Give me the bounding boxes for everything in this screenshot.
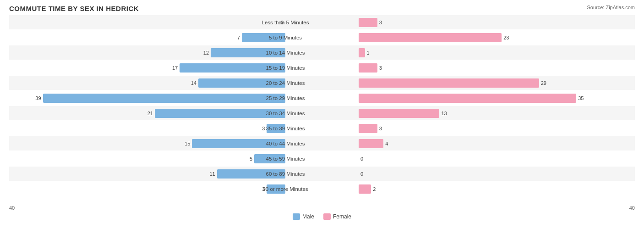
female-bar — [359, 124, 377, 133]
female-bar — [359, 48, 365, 57]
female-bar — [359, 63, 377, 73]
female-bar — [359, 109, 439, 118]
axis-left: 40 — [9, 205, 15, 211]
chart-container: COMMUTE TIME BY SEX IN HEDRICK Source: Z… — [0, 0, 644, 240]
female-bar — [359, 78, 539, 88]
bar-row: 90 or more Minutes32 — [9, 182, 635, 196]
source-text: Source: ZipAtlas.com — [587, 5, 635, 10]
male-value: 0 — [281, 20, 284, 25]
female-bar — [359, 33, 502, 42]
female-swatch — [323, 213, 331, 220]
male-value: 7 — [237, 35, 240, 40]
female-label: Female — [333, 213, 351, 220]
female-value: 3 — [379, 65, 382, 71]
female-value: 29 — [541, 80, 546, 86]
bars-area: Less than 5 Minutes035 to 9 Minutes72310… — [9, 15, 635, 203]
female-value: 2 — [373, 186, 376, 192]
male-bar — [198, 78, 285, 88]
legend-female: Female — [323, 213, 351, 220]
female-value: 35 — [578, 95, 584, 101]
axis-right: 40 — [629, 205, 635, 211]
axis-labels: 40 40 — [9, 205, 635, 211]
male-value: 5 — [250, 156, 252, 162]
female-value: 13 — [441, 111, 447, 116]
row-label: Less than 5 Minutes — [249, 20, 322, 25]
row-label: 90 or more Minutes — [249, 186, 322, 192]
bar-row: 60 to 89 Minutes110 — [9, 167, 635, 181]
male-swatch — [293, 213, 300, 220]
bar-row: 30 to 34 Minutes2113 — [9, 106, 635, 120]
male-bar — [180, 63, 285, 73]
male-value: 15 — [185, 141, 190, 146]
bar-row: 10 to 14 Minutes121 — [9, 45, 635, 60]
bar-row: 20 to 24 Minutes1429 — [9, 76, 635, 90]
bar-row: 45 to 59 Minutes50 — [9, 151, 635, 166]
male-bar — [192, 139, 285, 148]
female-value: 1 — [367, 50, 370, 56]
male-value: 21 — [147, 111, 153, 116]
male-bar — [242, 33, 285, 42]
row-label: 35 to 39 Minutes — [249, 126, 322, 131]
male-value: 39 — [35, 95, 41, 101]
bar-row: 25 to 29 Minutes3935 — [9, 91, 635, 105]
male-value: 12 — [203, 50, 209, 56]
chart-title: COMMUTE TIME BY SEX IN HEDRICK — [9, 5, 635, 12]
male-label: Male — [302, 213, 314, 220]
female-value: 4 — [385, 141, 388, 146]
male-bar — [217, 169, 285, 179]
bar-row: Less than 5 Minutes03 — [9, 15, 635, 29]
male-value: 3 — [262, 126, 265, 131]
male-value: 14 — [191, 80, 196, 86]
female-value: 0 — [360, 171, 363, 177]
female-bar — [359, 139, 383, 148]
female-bar — [359, 94, 576, 103]
male-bar — [43, 94, 285, 103]
male-value: 17 — [172, 65, 178, 71]
bar-row: 40 to 44 Minutes154 — [9, 136, 635, 151]
bar-row: 35 to 39 Minutes33 — [9, 121, 635, 135]
female-bar — [359, 184, 371, 194]
female-value: 3 — [379, 20, 382, 25]
male-value: 3 — [262, 186, 265, 192]
male-value: 11 — [209, 171, 215, 177]
female-bar — [359, 18, 377, 27]
male-bar — [211, 48, 285, 57]
female-value: 3 — [379, 126, 382, 131]
legend-male: Male — [293, 213, 314, 220]
legend: Male Female — [9, 213, 635, 220]
male-bar — [267, 124, 285, 133]
male-bar — [155, 109, 285, 118]
bar-row: 15 to 19 Minutes173 — [9, 61, 635, 75]
male-bar — [267, 184, 285, 194]
bar-row: 5 to 9 Minutes723 — [9, 30, 635, 45]
male-bar — [254, 154, 285, 163]
female-value: 23 — [503, 35, 509, 40]
female-value: 0 — [360, 156, 363, 162]
